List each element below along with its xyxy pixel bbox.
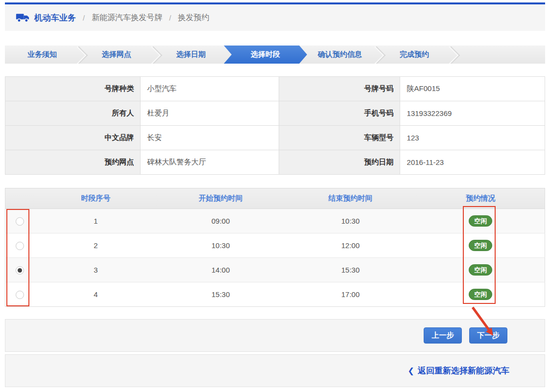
info-value-plate-number: 陕AF0015 xyxy=(400,77,545,101)
timeslot-radio-3-selected[interactable] xyxy=(16,266,24,275)
next-step-button[interactable]: 下一步 xyxy=(469,327,507,344)
spacer xyxy=(5,31,545,46)
info-label-date: 预约日期 xyxy=(279,150,400,175)
timeslot-header-status: 预约情况 xyxy=(417,188,545,209)
info-value-model: 123 xyxy=(400,126,545,150)
status-badge-available: 空闲 xyxy=(469,215,492,227)
spacer xyxy=(5,307,545,319)
step-tab-select-site[interactable]: 选择网点 xyxy=(79,46,154,64)
info-value-phone: 13193322369 xyxy=(400,101,545,126)
timeslot-start-time: 09:00 xyxy=(157,209,285,233)
timeslot-end-time: 10:30 xyxy=(285,209,417,233)
timeslot-header-end: 结束预约时间 xyxy=(285,188,417,209)
back-to-vehicle-select-link[interactable]: ❮ 返回重新选择新能源汽车 xyxy=(408,365,509,376)
info-label-owner: 所有人 xyxy=(5,101,141,126)
timeslot-end-time: 15:30 xyxy=(285,258,417,282)
timeslot-start-time: 10:30 xyxy=(157,233,285,258)
timeslot-radio-1[interactable] xyxy=(16,217,24,226)
breadcrumb-separator: / xyxy=(83,14,85,22)
spacer xyxy=(5,64,545,76)
timeslot-header-radio xyxy=(5,188,35,209)
info-value-owner: 杜爱月 xyxy=(140,101,279,126)
timeslot-row-1: 1 09:00 10:30 空闲 xyxy=(5,209,545,233)
info-row: 中文品牌 长安 车辆型号 123 xyxy=(5,126,545,150)
timeslot-table: 时段序号 开始预约时间 结束预约时间 预约情况 1 09:00 10:30 空闲… xyxy=(5,188,545,307)
timeslot-header-start: 开始预约时间 xyxy=(157,188,285,209)
previous-step-button[interactable]: 上一步 xyxy=(424,327,462,344)
timeslot-section: 时段序号 开始预约时间 结束预约时间 预约情况 1 09:00 10:30 空闲… xyxy=(5,188,545,307)
timeslot-radio-4[interactable] xyxy=(16,291,24,299)
info-label-brand: 中文品牌 xyxy=(5,126,141,150)
step-tab-select-timeslot[interactable]: 选择时段 xyxy=(224,46,307,64)
info-row: 所有人 杜爱月 手机号码 13193322369 xyxy=(5,101,545,126)
info-label-model: 车辆型号 xyxy=(279,126,400,150)
breadcrumb: 机动车业务 / 新能源汽车换发号牌 / 换发预约 xyxy=(5,4,545,31)
info-value-date: 2016-11-23 xyxy=(400,150,545,175)
timeslot-start-time: 15:30 xyxy=(157,282,285,307)
status-badge-available: 空闲 xyxy=(469,240,492,252)
spacer xyxy=(5,175,545,188)
step-tab-confirm-info[interactable]: 确认预约信息 xyxy=(303,46,377,64)
info-row: 预约网点 碑林大队警务大厅 预约日期 2016-11-23 xyxy=(5,150,545,175)
timeslot-row-2: 2 10:30 12:00 空闲 xyxy=(5,233,545,258)
timeslot-seq: 4 xyxy=(35,282,157,307)
step-tab-select-date[interactable]: 选择日期 xyxy=(154,46,228,64)
chevron-left-icon: ❮ xyxy=(408,366,414,375)
vehicle-info-table: 号牌种类 小型汽车 号牌号码 陕AF0015 所有人 杜爱月 手机号码 1319… xyxy=(5,76,545,175)
info-value-plate-type: 小型汽车 xyxy=(140,77,279,101)
action-button-panel: 上一步 下一步 xyxy=(5,319,545,352)
timeslot-row-4: 4 15:30 17:00 空闲 xyxy=(5,282,545,307)
timeslot-seq: 1 xyxy=(35,209,157,233)
timeslot-seq: 2 xyxy=(35,233,157,258)
timeslot-radio-2[interactable] xyxy=(16,242,24,250)
footer-panel: ❮ 返回重新选择新能源汽车 xyxy=(5,354,545,387)
page-container: 机动车业务 / 新能源汽车换发号牌 / 换发预约 业务须知 选择网点 选择日期 … xyxy=(5,2,545,387)
info-label-site: 预约网点 xyxy=(5,150,141,175)
status-badge-available: 空闲 xyxy=(469,264,492,276)
info-label-phone: 手机号码 xyxy=(279,101,400,126)
step-tab-complete[interactable]: 完成预约 xyxy=(377,46,452,64)
step-tab-notice[interactable]: 业务须知 xyxy=(5,46,79,64)
status-badge-available: 空闲 xyxy=(469,289,492,300)
truck-icon xyxy=(16,12,29,23)
breadcrumb-level2[interactable]: 换发预约 xyxy=(178,13,209,23)
step-wizard-bar: 业务须知 选择网点 选择日期 选择时段 确认预约信息 完成预约 xyxy=(5,46,545,64)
info-label-plate-number: 号牌号码 xyxy=(279,77,400,101)
step-bar-filler xyxy=(452,46,545,64)
timeslot-start-time: 14:00 xyxy=(157,258,285,282)
timeslot-header-seq: 时段序号 xyxy=(35,188,157,209)
back-link-label: 返回重新选择新能源汽车 xyxy=(418,365,509,376)
breadcrumb-root[interactable]: 机动车业务 xyxy=(34,12,76,23)
info-label-plate-type: 号牌种类 xyxy=(5,77,141,101)
breadcrumb-level1[interactable]: 新能源汽车换发号牌 xyxy=(92,13,162,23)
breadcrumb-separator: / xyxy=(169,14,171,22)
timeslot-header-row: 时段序号 开始预约时间 结束预约时间 预约情况 xyxy=(5,188,545,209)
timeslot-end-time: 17:00 xyxy=(285,282,417,307)
info-value-brand: 长安 xyxy=(140,126,279,150)
timeslot-row-3: 3 14:00 15:30 空闲 xyxy=(5,258,545,282)
info-value-site: 碑林大队警务大厅 xyxy=(140,150,279,175)
timeslot-end-time: 12:00 xyxy=(285,233,417,258)
info-row: 号牌种类 小型汽车 号牌号码 陕AF0015 xyxy=(5,77,545,101)
timeslot-seq: 3 xyxy=(35,258,157,282)
